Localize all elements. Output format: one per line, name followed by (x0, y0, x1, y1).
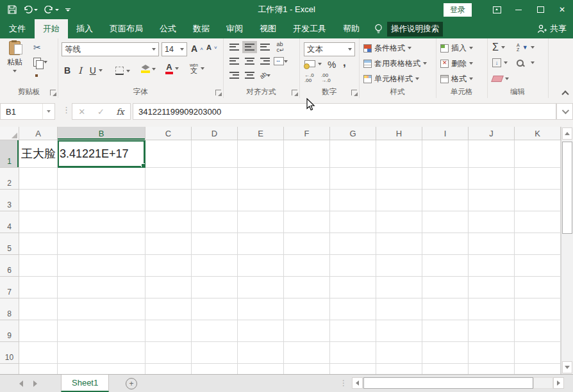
cell-C5[interactable] (145, 233, 192, 255)
cell-A10[interactable] (19, 342, 58, 364)
row-header-10[interactable]: 10 (0, 342, 19, 364)
cell-G10[interactable] (330, 342, 376, 364)
column-header-B[interactable]: B (58, 127, 145, 140)
enter-button[interactable]: ✓ (97, 107, 104, 117)
collapse-ribbon-icon[interactable] (563, 90, 568, 95)
row-header-2[interactable]: 2 (0, 168, 19, 190)
decrease-decimal-button[interactable]: .00→.0 (321, 73, 331, 83)
cell-I1[interactable] (422, 140, 469, 168)
align-bottom-button[interactable] (258, 41, 272, 53)
align-right-button[interactable] (258, 55, 272, 67)
merge-center-button[interactable] (273, 55, 288, 67)
percent-style-button[interactable]: % (328, 59, 336, 70)
cell-H5[interactable] (376, 233, 422, 255)
save-icon[interactable] (8, 5, 17, 14)
cell-I11[interactable] (422, 364, 469, 374)
ribbon-display-options-button[interactable] (486, 0, 508, 19)
cell-E4[interactable] (238, 211, 284, 233)
cell-I5[interactable] (422, 233, 469, 255)
cell-E2[interactable] (238, 168, 284, 190)
wrap-text-button[interactable]: abc↵ (273, 41, 288, 53)
cell-F4[interactable] (284, 211, 330, 233)
cell-C10[interactable] (145, 342, 192, 364)
cell-D4[interactable] (192, 211, 238, 233)
cell-A8[interactable] (19, 298, 58, 320)
format-as-table-button[interactable]: 套用表格格式 (363, 58, 427, 69)
horizontal-scrollbar-track[interactable] (533, 377, 553, 389)
cell-K10[interactable] (515, 342, 561, 364)
clipboard-dialog-launcher-icon[interactable] (50, 90, 56, 95)
formula-input[interactable]: 341221199909203000 (133, 103, 556, 120)
cell-H7[interactable] (376, 277, 422, 298)
cell-C3[interactable] (145, 190, 192, 211)
cell-D7[interactable] (192, 277, 238, 298)
delete-cells-button[interactable]: 删除 (440, 58, 473, 69)
cell-B5[interactable] (58, 233, 145, 255)
maximize-button[interactable] (529, 0, 551, 19)
copy-button[interactable] (33, 58, 47, 67)
formula-bar-splitter[interactable]: ⋮ (62, 105, 70, 115)
cell-J1[interactable] (469, 140, 515, 168)
cell-B1[interactable]: 3.41221E+17 (58, 140, 145, 168)
align-left-button[interactable] (227, 55, 242, 67)
scroll-right-icon[interactable] (553, 377, 564, 389)
scroll-left-icon[interactable] (352, 377, 363, 389)
next-sheet-icon[interactable] (33, 380, 37, 387)
phonetic-guide-button[interactable]: wén文 (190, 63, 204, 74)
column-header-J[interactable]: J (469, 127, 515, 140)
tab-scrollbar-splitter[interactable]: ⋮ (340, 379, 347, 388)
cell-J3[interactable] (469, 190, 515, 211)
decrease-indent-button[interactable] (227, 69, 242, 81)
cell-C6[interactable] (145, 255, 192, 277)
cell-J7[interactable] (469, 277, 515, 298)
redo-button[interactable] (44, 6, 59, 14)
cell-A4[interactable] (19, 211, 58, 233)
cell-K11[interactable] (515, 364, 561, 374)
cell-H6[interactable] (376, 255, 422, 277)
ribbon-tab-3[interactable]: 页面布局 (101, 19, 151, 38)
cell-G1[interactable] (330, 140, 376, 168)
ribbon-tab-6[interactable]: 审阅 (218, 19, 251, 38)
row-header-11[interactable]: 11 (0, 364, 19, 374)
cell-styles-button[interactable]: 单元格样式 (363, 73, 419, 85)
cell-B10[interactable] (58, 342, 145, 364)
cell-G2[interactable] (330, 168, 376, 190)
cut-button[interactable] (33, 42, 41, 53)
cell-H2[interactable] (376, 168, 422, 190)
cell-B11[interactable] (58, 364, 145, 374)
scroll-down-icon[interactable] (562, 361, 572, 373)
cell-I3[interactable] (422, 190, 469, 211)
cell-A7[interactable] (19, 277, 58, 298)
new-sheet-button[interactable]: + (126, 378, 137, 389)
scroll-up-icon[interactable] (562, 127, 572, 140)
vertical-scrollbar-thumb[interactable] (562, 142, 572, 234)
cell-E3[interactable] (238, 190, 284, 211)
column-header-A[interactable]: A (19, 127, 58, 140)
cell-C4[interactable] (145, 211, 192, 233)
find-select-button[interactable] (517, 57, 535, 69)
align-middle-button[interactable] (242, 41, 257, 53)
autosum-button[interactable]: Σ (492, 42, 505, 53)
cancel-button[interactable]: ✕ (78, 107, 85, 117)
cell-A11[interactable] (19, 364, 58, 374)
ribbon-tab-5[interactable]: 数据 (185, 19, 218, 38)
cell-G5[interactable] (330, 233, 376, 255)
cell-F3[interactable] (284, 190, 330, 211)
redo-dropdown-icon[interactable] (55, 9, 59, 11)
cell-C7[interactable] (145, 277, 192, 298)
alignment-dialog-launcher-icon[interactable] (292, 90, 297, 95)
cell-K5[interactable] (515, 233, 561, 255)
increase-decimal-button[interactable]: ←.0.00 (304, 73, 314, 83)
cell-C2[interactable] (145, 168, 192, 190)
conditional-formatting-button[interactable]: 条件格式 (363, 42, 411, 54)
sign-in-button[interactable]: 登录 (444, 3, 472, 17)
number-format-combo[interactable]: 文本 (304, 42, 355, 56)
cell-C1[interactable] (145, 140, 192, 168)
cell-J10[interactable] (469, 342, 515, 364)
underline-button[interactable]: U (90, 65, 96, 76)
row-header-4[interactable]: 4 (0, 211, 19, 233)
cell-G11[interactable] (330, 364, 376, 374)
cell-A1[interactable]: 王大脸 (19, 140, 58, 168)
tell-me-search[interactable]: 操作说明搜索 (374, 19, 443, 38)
cell-K4[interactable] (515, 211, 561, 233)
